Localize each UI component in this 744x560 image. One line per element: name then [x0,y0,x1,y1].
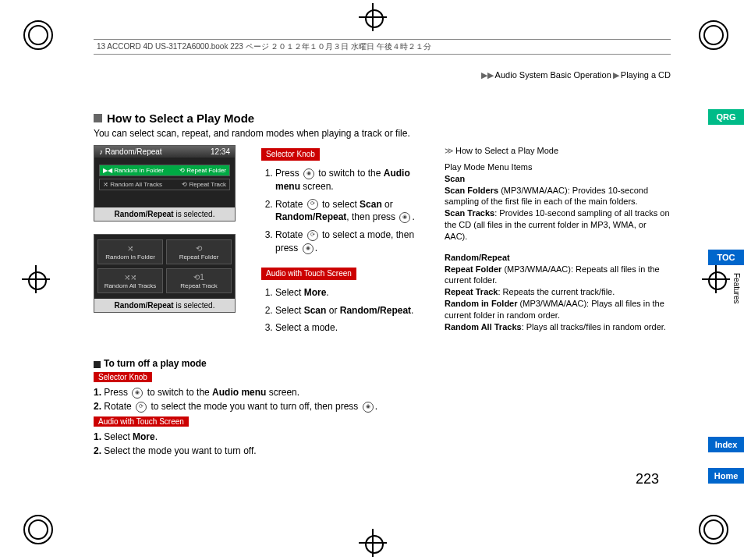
item-heading: Random/Repeat [445,253,510,262]
shuffle-all-icon: ⤨⤨ [124,273,136,282]
menu-item: ▶◀ Random in Folder [103,167,164,174]
item-desc: Scan Folders (MP3/WMA/AAC): Provides 10-… [445,185,671,208]
subsection-title: To turn off a play mode [94,358,671,369]
menu-item: ⟲ Repeat Track [182,181,226,188]
crop-circle-bl [23,515,53,544]
step: Press ◉ to switch to the Audio menu scre… [275,167,425,193]
nav-toc[interactable]: TOC [708,250,744,265]
screenshot-selector-knob: ♪ Random/Repeat 12:34 ▶◀ Random in Folde… [94,145,236,222]
item-desc: Repeat Folder (MP3/WMA/AAC): Repeats all… [445,264,671,287]
press-icon: ◉ [399,212,410,223]
chevron-right-icon: ▶▶ [481,70,494,80]
sidebar-heading: ≫How to Select a Play Mode [445,145,671,157]
screenshot-touch-screen: ⤨Random in Folder ⟲Repeat Folder ⤨⤨Rando… [94,234,236,313]
item-desc: Random in Folder (MP3/WMA/AAC): Plays al… [445,298,671,321]
side-label-features: Features [732,273,741,303]
crop-cross-left [22,265,50,293]
label-touch-screen: Audio with Touch Screen [94,416,189,427]
breadcrumb-current: Playing a CD [621,70,671,80]
crop-cross-bottom [359,529,387,557]
step: Select More. [275,286,425,299]
breadcrumb: ▶▶Audio System Basic Operation▶Playing a… [94,70,671,80]
crop-circle-br [699,515,728,544]
breadcrumb-parent: Audio System Basic Operation [495,70,611,80]
nav-index[interactable]: Index [708,437,744,452]
item-desc: Random All Tracks: Plays all tracks/file… [445,321,671,333]
step: Select a mode. [275,321,425,335]
label-selector-knob: Selector Knob [261,148,320,161]
square-bullet-icon [94,114,102,122]
crop-cross-top [359,3,387,31]
item-heading: Scan [445,174,465,183]
screenshot-caption: Random/Repeat is selected. [94,299,235,312]
crop-circle-tl [23,20,53,50]
repeat-one-icon: ⟲1 [193,273,204,282]
steps-selector-knob: Press ◉ to switch to the Audio menu scre… [261,167,425,255]
book-header-line: 13 ACCORD 4D US-31T2A6000.book 223 ページ ２… [94,39,671,55]
crop-circle-tr [699,20,728,50]
press-icon: ◉ [363,402,374,413]
item-desc: Repeat Track: Repeats the current track/… [445,286,671,298]
chevron-right-icon: ▶ [613,70,619,80]
step: 2. Rotate ⟳ to select the mode you want … [94,399,671,413]
step: 1. Select More. [94,430,671,444]
intro-text: You can select scan, repeat, and random … [94,128,671,139]
step: 1. Press ◉ to switch to the Audio menu s… [94,385,671,399]
sidebar-subhead: Play Mode Menu Items [445,161,671,173]
rotate-icon: ⟳ [307,199,318,210]
nav-home[interactable]: Home [708,468,744,484]
page-number: 223 [636,471,659,487]
screen-clock: 12:34 [211,147,230,156]
screen-title: ♪ Random/Repeat [99,147,162,156]
nav-qrg[interactable]: QRG [708,109,744,125]
step: 2. Select the mode you want to turn off. [94,444,671,458]
rotate-icon: ⟳ [136,402,147,413]
touch-button: ⤨Random in Folder [97,239,163,264]
section-title: How to Select a Play Mode [107,112,254,125]
chevron-right-icon: ≫ [445,146,454,155]
touch-button: ⟲Repeat Folder [166,239,232,264]
press-icon: ◉ [303,243,314,254]
press-icon: ◉ [132,388,143,399]
shuffle-icon: ⤨ [127,244,133,253]
square-bullet-icon [94,361,101,368]
label-selector-knob: Selector Knob [94,372,152,382]
step: Rotate ⟳ to select a mode, then press ◉. [275,229,425,255]
step: Select Scan or Random/Repeat. [275,304,425,317]
press-icon: ◉ [303,168,314,179]
label-touch-screen: Audio with Touch Screen [261,268,356,280]
crop-cross-right [702,265,730,293]
menu-item: ⤨ Random All Tracks [103,181,162,188]
touch-button: ⟲1Repeat Track [166,268,232,293]
screenshot-caption: Random/Repeat is selected. [94,207,235,221]
item-desc: Scan Tracks: Provides 10-second sampling… [445,207,671,243]
steps-touch-screen: Select More. Select Scan or Random/Repea… [261,286,425,335]
touch-button: ⤨⤨Random All Tracks [97,268,163,293]
menu-item: ⟲ Repeat Folder [179,167,226,174]
repeat-icon: ⟲ [196,244,202,253]
step: Rotate ⟳ to select Scan or Random/Repeat… [275,198,425,225]
rotate-icon: ⟳ [307,230,318,241]
